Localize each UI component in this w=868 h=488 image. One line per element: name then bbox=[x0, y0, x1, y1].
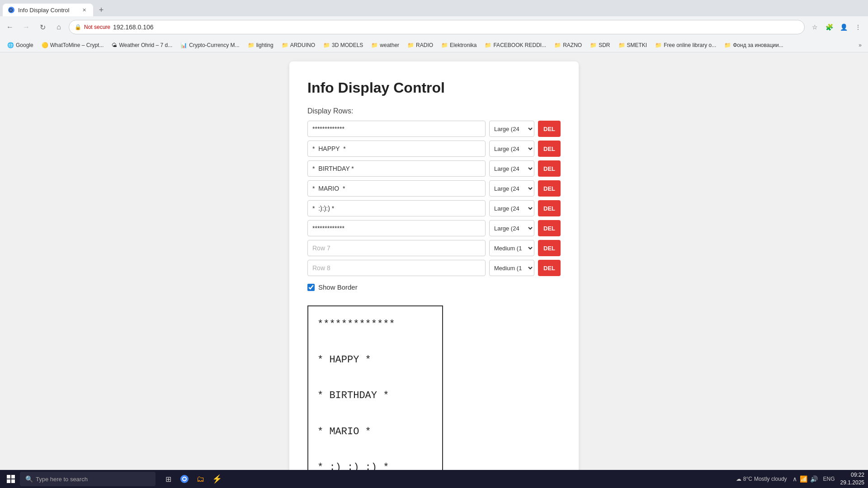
preview-box: ************* * HAPPY * * BIRTHDAY * * M… bbox=[307, 298, 561, 470]
address-input-wrap[interactable]: 🔒 Not secure 192.168.0.106 bbox=[69, 20, 805, 34]
row-4-del-button[interactable]: DEL bbox=[538, 180, 561, 197]
row-1-del-button[interactable]: DEL bbox=[538, 121, 561, 137]
row-6-input[interactable] bbox=[307, 220, 486, 236]
task-view-button[interactable]: ⊞ bbox=[161, 472, 175, 486]
network-icon[interactable]: 📶 bbox=[800, 475, 807, 483]
main-card: Info Display Control Display Rows: Large… bbox=[289, 61, 579, 470]
bookmark-lighting[interactable]: 📁 lighting bbox=[244, 41, 277, 50]
start-button[interactable] bbox=[4, 472, 18, 486]
profile-button[interactable]: 👤 bbox=[837, 21, 850, 33]
row-6-size-select[interactable]: Large (24 Medium (1 Small bbox=[489, 220, 534, 236]
row-1-input[interactable] bbox=[307, 121, 486, 137]
tab-close-button[interactable]: ✕ bbox=[80, 6, 88, 14]
page-title: Info Display Control bbox=[307, 80, 561, 96]
section-label: Display Rows: bbox=[307, 107, 561, 115]
show-border-checkbox[interactable] bbox=[307, 284, 315, 291]
address-bar: ← → ↻ ⌂ 🔒 Not secure 192.168.0.106 ☆ 🧩 👤… bbox=[0, 16, 868, 38]
weather-desc: Mostly cloudy bbox=[754, 476, 787, 482]
bookmark-crypto[interactable]: 📊 Crypto-Currency M... bbox=[177, 41, 243, 50]
bookmark-elektronika[interactable]: 📁 Elektronika bbox=[438, 41, 480, 50]
bookmark-weather2[interactable]: 📁 weather bbox=[368, 41, 403, 50]
row-5-group: Large (24 Medium (1 Small DEL bbox=[307, 200, 561, 216]
reload-button[interactable]: ↻ bbox=[36, 21, 49, 33]
row-3-del-button[interactable]: DEL bbox=[538, 160, 561, 177]
elektronika-folder-icon: 📁 bbox=[441, 42, 448, 48]
home-button[interactable]: ⌂ bbox=[52, 21, 65, 33]
lighting-folder-icon: 📁 bbox=[248, 42, 255, 48]
taskbar-search-text: Type here to search bbox=[36, 476, 88, 483]
bookmark-whattomine[interactable]: 🟡 WhatToMine – Crypt... bbox=[38, 41, 108, 50]
bookmark-google[interactable]: 🌐 Google bbox=[4, 41, 37, 50]
weather-bookmark-icon: 🌤 bbox=[112, 42, 117, 48]
new-tab-button[interactable]: + bbox=[95, 4, 108, 16]
system-clock[interactable]: 09:22 29.1.2025 bbox=[840, 471, 864, 487]
preview-content: ************* * HAPPY * * BIRTHDAY * * M… bbox=[307, 305, 443, 470]
forward-button[interactable]: → bbox=[20, 21, 33, 33]
extensions-button[interactable]: 🧩 bbox=[823, 21, 835, 33]
clock-time: 09:22 bbox=[840, 471, 864, 479]
taskbar-app-explorer[interactable]: 🗂 bbox=[193, 472, 208, 486]
show-border-label[interactable]: Show Border bbox=[318, 283, 358, 291]
row-2-del-button[interactable]: DEL bbox=[538, 141, 561, 157]
svg-rect-1 bbox=[11, 475, 15, 479]
up-arrow-icon[interactable]: ∧ bbox=[793, 475, 797, 483]
row-7-size-select[interactable]: Medium (1 Large (24 Small bbox=[489, 240, 534, 256]
row-7-group: Medium (1 Large (24 Small DEL bbox=[307, 240, 561, 256]
preview-line-5: * :) :) :) * bbox=[317, 459, 433, 470]
active-tab[interactable]: ⚙ Info Display Control ✕ bbox=[3, 4, 93, 16]
library-folder-icon: 📁 bbox=[655, 42, 662, 48]
bookmark-3dmodels[interactable]: 📁 3D MODELS bbox=[320, 41, 367, 50]
bookmarks-more-button[interactable]: » bbox=[856, 41, 864, 50]
row-6-del-button[interactable]: DEL bbox=[538, 220, 561, 236]
bookmark-weather[interactable]: 🌤 Weather Ohrid – 7 d... bbox=[108, 41, 176, 50]
back-button[interactable]: ← bbox=[4, 21, 16, 33]
row-4-size-select[interactable]: Large (24 Medium (1 Small bbox=[489, 180, 534, 197]
bookmark-button[interactable]: ☆ bbox=[808, 21, 821, 33]
url-display: 192.168.0.106 bbox=[113, 23, 799, 31]
row-1-size-select[interactable]: Large (24 Medium (1 Small bbox=[489, 121, 534, 137]
whattomine-icon: 🟡 bbox=[42, 42, 48, 48]
tab-title: Info Display Control bbox=[18, 7, 69, 14]
row-3-input[interactable] bbox=[307, 160, 486, 177]
taskbar-app-arduino[interactable]: ⚡ bbox=[210, 472, 224, 486]
row-8-size-select[interactable]: Medium (1 Large (24 Small bbox=[489, 260, 534, 276]
fond-folder-icon: 📁 bbox=[724, 42, 731, 48]
bookmark-facebook[interactable]: 📁 FACEBOOK REDDI... bbox=[481, 41, 550, 50]
bookmark-arduino[interactable]: 📁 ARDUINO bbox=[278, 41, 319, 50]
language-indicator: ENG bbox=[823, 476, 835, 482]
weather-temp: 8°C bbox=[743, 476, 752, 482]
preview-line-3: * BIRTHDAY * bbox=[317, 387, 433, 405]
row-7-input[interactable] bbox=[307, 240, 486, 256]
menu-button[interactable]: ⋮ bbox=[852, 21, 864, 33]
google-icon: 🌐 bbox=[7, 42, 14, 48]
row-8-input[interactable] bbox=[307, 260, 486, 276]
facebook-folder-icon: 📁 bbox=[485, 42, 491, 48]
row-5-del-button[interactable]: DEL bbox=[538, 200, 561, 216]
taskbar-apps: ⊞ 🗂 ⚡ bbox=[161, 472, 224, 486]
row-2-size-select[interactable]: Large (24 Medium (1 Small bbox=[489, 141, 534, 157]
row-4-input[interactable] bbox=[307, 180, 486, 197]
bookmark-sdr[interactable]: 📁 SDR bbox=[586, 41, 613, 50]
taskbar-search-box[interactable]: 🔍 Type here to search bbox=[20, 472, 156, 486]
taskbar: 🔍 Type here to search ⊞ 🗂 ⚡ ☁ 8°C Mostly… bbox=[0, 470, 868, 488]
bookmark-smetki[interactable]: 📁 SMETKI bbox=[615, 41, 651, 50]
tab-bar: ⚙ Info Display Control ✕ + bbox=[0, 0, 868, 16]
row-5-size-select[interactable]: Large (24 Medium (1 Small bbox=[489, 200, 534, 216]
bookmark-radio[interactable]: 📁 RADIO bbox=[404, 41, 437, 50]
preview-line-4: * MARIO * bbox=[317, 423, 433, 441]
weather2-folder-icon: 📁 bbox=[371, 42, 378, 48]
row-2-input[interactable] bbox=[307, 141, 486, 157]
clock-date: 29.1.2025 bbox=[840, 479, 864, 487]
crypto-icon: 📊 bbox=[180, 42, 187, 48]
taskbar-app-chrome[interactable] bbox=[177, 472, 192, 486]
bookmark-fond[interactable]: 📁 Фонд за иновации... bbox=[721, 41, 787, 50]
row-7-del-button[interactable]: DEL bbox=[538, 240, 561, 256]
row-5-input[interactable] bbox=[307, 200, 486, 216]
row-8-del-button[interactable]: DEL bbox=[538, 260, 561, 276]
row-3-size-select[interactable]: Large (24 Medium (1 Small bbox=[489, 160, 534, 177]
bookmark-razno[interactable]: 📁 RAZNO bbox=[551, 41, 585, 50]
svg-point-6 bbox=[183, 478, 186, 480]
show-border-row: Show Border bbox=[307, 283, 561, 291]
bookmark-library[interactable]: 📁 Free online library o... bbox=[651, 41, 720, 50]
volume-icon[interactable]: 🔊 bbox=[810, 475, 818, 483]
